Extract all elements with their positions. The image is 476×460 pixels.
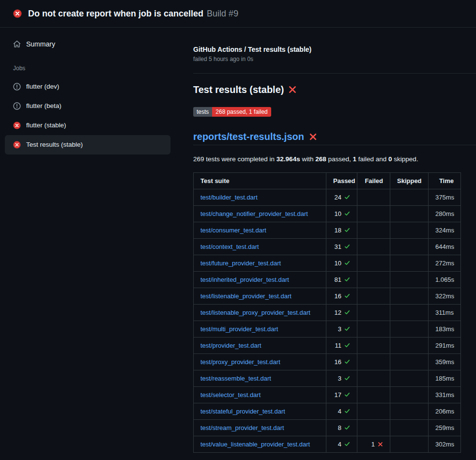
test-suite-link[interactable]: test/reassemble_test.dart (200, 375, 271, 382)
time-cell: 272ms (429, 255, 461, 272)
passed-cell: 18 (326, 222, 357, 239)
time-cell: 185ms (429, 370, 461, 387)
passed-cell: 10 (326, 206, 357, 222)
passed-cell: 16 (326, 288, 357, 305)
skipped-cell (390, 189, 429, 206)
job-status-line: failed 5 hours ago in 0s (193, 55, 461, 63)
column-header-skipped: Skipped (390, 173, 429, 189)
build-page: Do not create report when job is cancell… (0, 0, 476, 453)
report-heading-wrap: reports/test-results.json (193, 130, 476, 145)
time-cell: 644ms (429, 239, 461, 255)
skipped-cell (390, 370, 429, 387)
build-number: Build #9 (207, 9, 238, 18)
test-suite-link[interactable]: test/change_notifier_provider_test.dart (200, 210, 308, 217)
test-suite-link[interactable]: test/selector_test.dart (200, 391, 261, 399)
x-circle-icon (13, 122, 21, 129)
time-cell: 1.065s (429, 272, 461, 288)
fail-x-icon (309, 133, 317, 141)
table-row: test/selector_test.dart 17 331ms (194, 387, 461, 403)
failed-circle-icon (13, 9, 22, 18)
table-row: test/multi_provider_test.dart 3 183ms (194, 321, 461, 337)
table-row: test/consumer_test.dart 18 324ms (194, 222, 461, 239)
table-row: test/listenable_proxy_provider_test.dart… (194, 305, 461, 321)
test-suite-link[interactable]: test/inherited_provider_test.dart (200, 276, 289, 283)
passed-cell: 16 (326, 354, 357, 370)
test-suite-link[interactable]: test/listenable_proxy_provider_test.dart (200, 309, 310, 316)
time-cell: 291ms (429, 337, 461, 354)
check-icon (344, 227, 350, 233)
home-icon (13, 40, 21, 48)
passed-cell: 24 (326, 189, 357, 206)
badge-value: 268 passed, 1 failed (212, 107, 271, 117)
time-cell: 322ms (429, 288, 461, 305)
column-header-failed: Failed (357, 173, 390, 189)
time-cell: 206ms (429, 403, 461, 420)
table-row: test/change_notifier_provider_test.dart … (194, 206, 461, 222)
sidebar-job-item[interactable]: Test results (stable) (5, 135, 170, 154)
failed-cell (357, 305, 390, 321)
test-suite-link[interactable]: test/context_test.dart (200, 243, 259, 250)
failed-cell: 1 (357, 436, 390, 453)
skipped-cell (390, 403, 429, 420)
check-icon (344, 392, 350, 398)
sidebar-job-item[interactable]: flutter (dev) (5, 77, 170, 96)
test-suite-link[interactable]: test/consumer_test.dart (200, 227, 266, 234)
skipped-cell (390, 206, 429, 222)
time-cell: 331ms (429, 387, 461, 403)
table-header-row: Test suite Passed Failed Skipped Time (194, 173, 461, 189)
sidebar-summary-label: Summary (26, 39, 55, 49)
time-cell: 259ms (429, 420, 461, 436)
skipped-cell (390, 272, 429, 288)
test-suite-link[interactable]: test/value_listenable_provider_test.dart (200, 441, 310, 448)
skipped-cell (390, 354, 429, 370)
check-icon (344, 408, 350, 414)
skipped-cell (390, 436, 429, 453)
test-results-table: Test suite Passed Failed Skipped Time te… (193, 172, 461, 453)
test-suite-link[interactable]: test/provider_test.dart (200, 342, 261, 349)
column-header-test-suite: Test suite (194, 173, 326, 189)
check-icon (344, 244, 350, 249)
check-icon (344, 342, 350, 348)
failed-cell (357, 354, 390, 370)
skipped-cell (390, 255, 429, 272)
report-file-link[interactable]: reports/test-results.json (193, 130, 304, 143)
failed-cell (357, 337, 390, 354)
breadcrumb: GitHub Actions / Test results (stable) (193, 45, 461, 54)
failed-cell (357, 370, 390, 387)
sidebar-job-item[interactable]: flutter (stable) (5, 116, 170, 135)
failed-cell (357, 239, 390, 255)
check-icon (344, 211, 350, 216)
passed-cell: 10 (326, 255, 357, 272)
check-icon (344, 425, 350, 430)
check-icon (344, 326, 350, 332)
test-suite-link[interactable]: test/listenable_provider_test.dart (200, 292, 292, 300)
passed-cell: 4 (326, 436, 357, 453)
fail-x-icon (378, 442, 383, 447)
passed-cell: 3 (326, 370, 357, 387)
check-icon (344, 276, 350, 282)
sidebar-job-item[interactable]: flutter (beta) (5, 96, 170, 116)
table-row: test/builder_test.dart 24 375ms (194, 189, 461, 206)
time-cell: 311ms (429, 305, 461, 321)
failed-cell (357, 222, 390, 239)
test-suite-link[interactable]: test/multi_provider_test.dart (200, 325, 278, 333)
failed-cell (357, 288, 390, 305)
test-suite-link[interactable]: test/proxy_provider_test.dart (200, 358, 280, 366)
build-header: Do not create report when job is cancell… (0, 0, 476, 28)
time-cell: 302ms (429, 436, 461, 453)
test-suite-link[interactable]: test/future_provider_test.dart (200, 260, 281, 267)
test-suite-link[interactable]: test/stream_provider_test.dart (200, 424, 284, 431)
badge-label: tests (193, 107, 212, 117)
test-suite-link[interactable]: test/builder_test.dart (200, 194, 258, 201)
skipped-cell (390, 305, 429, 321)
check-icon (344, 194, 350, 200)
test-suite-link[interactable]: test/stateful_provider_test.dart (200, 408, 285, 415)
tests-summary-line: 269 tests were completed in 32.964s with… (193, 155, 461, 164)
passed-cell: 8 (326, 420, 357, 436)
sidebar-item-summary[interactable]: Summary (0, 35, 193, 53)
divider (193, 73, 476, 74)
page-title: Do not create report when job is cancell… (28, 9, 203, 18)
time-cell: 324ms (429, 222, 461, 239)
sidebar: Summary Jobs flutter (dev) flutter (beta… (0, 28, 193, 154)
time-cell: 359ms (429, 354, 461, 370)
